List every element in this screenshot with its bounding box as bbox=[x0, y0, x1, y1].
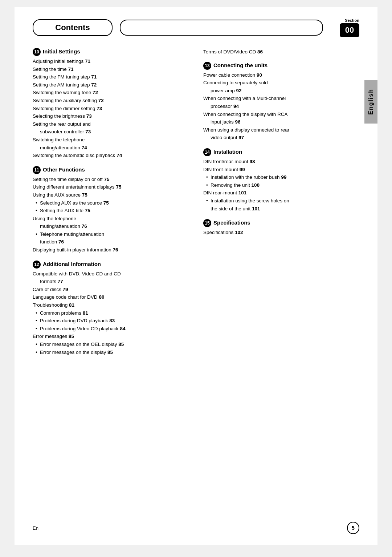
circle-num-13: 13 bbox=[203, 62, 211, 70]
list-item: Error messages on the display 85 bbox=[33, 348, 189, 356]
list-item: When using a display connected to rear bbox=[203, 126, 359, 134]
list-item: Switching the dimmer setting 73 bbox=[33, 105, 189, 113]
circle-num-15: 15 bbox=[203, 219, 211, 227]
header-mid-box bbox=[120, 20, 323, 36]
footer: En 5 bbox=[33, 522, 359, 534]
list-item: Setting the time display on or off 75 bbox=[33, 175, 189, 183]
list-item: Error messages 85 bbox=[33, 332, 189, 340]
circle-num-12: 12 bbox=[33, 261, 41, 269]
section-number: 00 bbox=[340, 23, 359, 37]
list-item: Common problems 81 bbox=[33, 309, 189, 317]
list-item: Switching the auxiliary setting 72 bbox=[33, 97, 189, 105]
list-item: DIN rear-mount 101 bbox=[203, 189, 359, 197]
list-item: Setting the AUX title 75 bbox=[33, 207, 189, 215]
section-heading-10: 10 Initial Settings bbox=[33, 48, 189, 56]
toc-section-11: 11 Other Functions Setting the time disp… bbox=[33, 166, 189, 254]
right-column: Terms of DVD/Video CD 86 13 Connecting t… bbox=[203, 48, 359, 363]
section-title-15: Specifications bbox=[213, 219, 250, 226]
list-item: processor 94 bbox=[203, 102, 359, 110]
list-item: DIN front/rear-mount 98 bbox=[203, 158, 359, 166]
list-item: Using the telephone bbox=[33, 215, 189, 223]
side-tab: English bbox=[364, 80, 377, 124]
list-item: Setting the time 71 bbox=[33, 65, 189, 73]
list-item: Problems during Video CD playback 84 bbox=[33, 325, 189, 333]
list-item: Using different entertainment displays 7… bbox=[33, 183, 189, 191]
list-item: Switching the telephone bbox=[33, 136, 189, 144]
list-item: When connecting with a Multi-channel bbox=[203, 94, 359, 102]
list-item: Connecting to separately sold bbox=[203, 79, 359, 87]
list-item: Installation with the rubber bush 99 bbox=[203, 173, 359, 181]
list-item: subwoofer controller 73 bbox=[33, 128, 189, 136]
list-item: the side of the unit 101 bbox=[203, 205, 359, 213]
list-item: Terms of DVD/Video CD 86 bbox=[203, 48, 359, 56]
list-item: Error messages on the OEL display 85 bbox=[33, 340, 189, 348]
list-item: Adjusting initial settings 71 bbox=[33, 57, 189, 65]
list-item: formats 77 bbox=[33, 278, 189, 286]
section-title-12: Additional Information bbox=[43, 261, 101, 267]
toc-section-13: 13 Connecting the units Power cable conn… bbox=[203, 62, 359, 142]
list-item: Telephone muting/attenuation bbox=[33, 230, 189, 238]
list-item: Displaying built-in player information 7… bbox=[33, 246, 189, 254]
side-tab-text: English bbox=[368, 89, 374, 115]
toc-section-14: 14 Installation DIN front/rear-mount 98 … bbox=[203, 148, 359, 213]
list-item: Specifications 102 bbox=[203, 229, 359, 237]
circle-num-10: 10 bbox=[33, 48, 41, 56]
section-title-10: Initial Settings bbox=[43, 48, 80, 55]
section-label: Section bbox=[345, 18, 359, 23]
section-box: Section 00 bbox=[330, 18, 359, 37]
list-item: video output 97 bbox=[203, 134, 359, 142]
contents-title: Contents bbox=[33, 19, 113, 36]
list-item: When connecting the display with RCA bbox=[203, 110, 359, 118]
footer-en-label: En bbox=[33, 525, 38, 531]
list-item: Switching the automatic disc playback 74 bbox=[33, 152, 189, 160]
list-item: input jacks 96 bbox=[203, 118, 359, 126]
toc-section-12: 12 Additional Information Compatible wit… bbox=[33, 261, 189, 356]
main-content: 10 Initial Settings Adjusting initial se… bbox=[33, 48, 359, 363]
list-item: Setting the rear output and bbox=[33, 120, 189, 128]
list-item: Troubleshooting 81 bbox=[33, 301, 189, 309]
section-heading-11: 11 Other Functions bbox=[33, 166, 189, 174]
section-title-11: Other Functions bbox=[43, 166, 85, 173]
list-item: Selecting the brightness 73 bbox=[33, 112, 189, 120]
list-item: power amp 92 bbox=[203, 87, 359, 95]
section-heading-14: 14 Installation bbox=[203, 148, 359, 156]
section-heading-12: 12 Additional Information bbox=[33, 261, 189, 269]
list-item: Installation using the screw holes on bbox=[203, 197, 359, 205]
header: Contents Section 00 bbox=[33, 18, 359, 37]
list-item: Compatible with DVD, Video CD and CD bbox=[33, 270, 189, 278]
list-item: function 76 bbox=[33, 238, 189, 246]
list-item: muting/attenuation 74 bbox=[33, 144, 189, 152]
list-item: Selecting AUX as the source 75 bbox=[33, 199, 189, 207]
section-title-13: Connecting the units bbox=[213, 62, 268, 68]
section-heading-13: 13 Connecting the units bbox=[203, 62, 359, 70]
circle-num-11: 11 bbox=[33, 166, 41, 174]
footer-page-number: 5 bbox=[347, 522, 359, 534]
section-title-14: Installation bbox=[213, 149, 242, 155]
list-item: muting/attenuation 76 bbox=[33, 222, 189, 230]
list-item: Switching the warning tone 72 bbox=[33, 89, 189, 97]
list-item: Setting the FM tuning step 71 bbox=[33, 73, 189, 81]
list-item: DIN front-mount 99 bbox=[203, 166, 359, 174]
toc-section-15: 15 Specifications Specifications 102 bbox=[203, 219, 359, 237]
list-item: Problems during DVD playback 83 bbox=[33, 317, 189, 325]
list-item: Language code chart for DVD 80 bbox=[33, 293, 189, 301]
list-item: Setting the AM tuning step 72 bbox=[33, 81, 189, 89]
list-item: Power cable connection 90 bbox=[203, 71, 359, 79]
list-item: Using the AUX source 75 bbox=[33, 191, 189, 199]
section-heading-15: 15 Specifications bbox=[203, 219, 359, 227]
list-item: Removing the unit 100 bbox=[203, 181, 359, 189]
left-column: 10 Initial Settings Adjusting initial se… bbox=[33, 48, 189, 363]
circle-num-14: 14 bbox=[203, 148, 211, 156]
list-item: Care of discs 79 bbox=[33, 286, 189, 294]
toc-section-10: 10 Initial Settings Adjusting initial se… bbox=[33, 48, 189, 160]
